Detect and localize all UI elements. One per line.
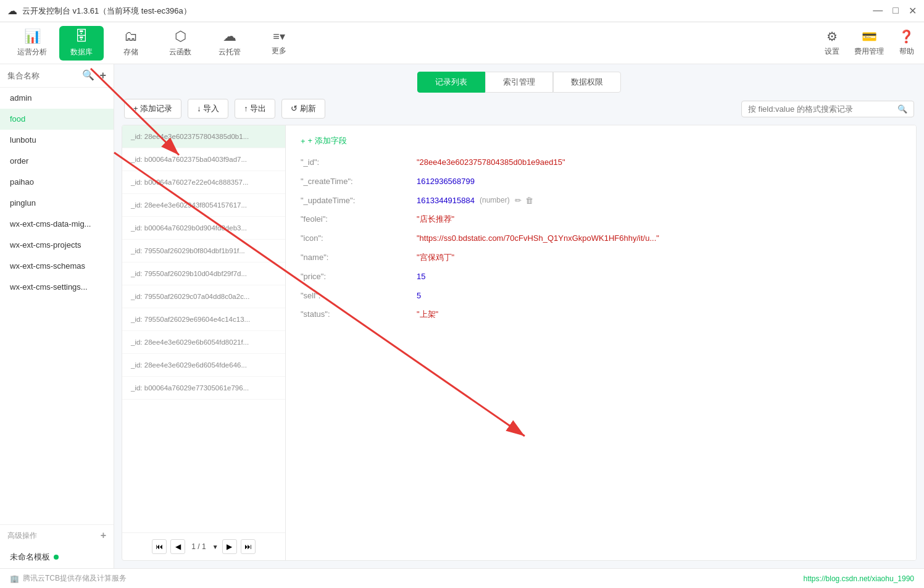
field-value-status: "上架" (417, 308, 438, 321)
record-item-3[interactable]: _id: 28ee4e3e602943f8054157617... (122, 194, 285, 217)
sidebar-item-paihao[interactable]: paihao (0, 172, 114, 193)
page-last-button[interactable]: ⏭ (241, 539, 256, 554)
field-value-sell: 5 (417, 290, 421, 303)
search-submit-icon[interactable]: 🔍 (897, 104, 907, 114)
page-next-button[interactable]: ▶ (222, 539, 237, 554)
toolbar-database[interactable]: 🗄 数据库 (59, 26, 104, 61)
page-prev-button[interactable]: ◀ (170, 539, 185, 554)
toolbar-database-label: 数据库 (70, 47, 93, 57)
help-button[interactable]: ❓ 帮助 (899, 29, 914, 57)
record-item-11[interactable]: _id: b00064a76029e77305061e796... (122, 377, 285, 400)
add-record-button[interactable]: + 添加记录 (124, 99, 181, 119)
sidebar-item-admin[interactable]: admin (0, 88, 114, 109)
record-detail: + + 添加字段 "_id": "28ee4e3e6023757804385d0… (286, 125, 916, 560)
sidebar-item-food[interactable]: food (0, 109, 114, 130)
field-row-status: "status": "上架" (301, 308, 901, 321)
field-key-createtime: "_createTime": (301, 175, 412, 188)
import-button[interactable]: ↓ 导入 (188, 99, 228, 119)
tab-records[interactable]: 记录列表 (417, 72, 485, 93)
toolbar-more[interactable]: ≡▾ 更多 (257, 26, 301, 61)
storage-icon: 🗂 (124, 28, 138, 44)
field-row-sell: "sell": 5 (301, 290, 901, 303)
field-row-price: "price": 15 (301, 271, 901, 284)
toolbar-cloudhost[interactable]: ☁ 云托管 (207, 26, 252, 61)
toolbar-right: ⚙ 设置 💳 费用管理 ❓ 帮助 (825, 29, 914, 57)
add-collection-icon[interactable]: + (99, 69, 106, 82)
sidebar-item-lunbotu[interactable]: lunbotu (0, 130, 114, 151)
cloudfunc-icon: ⬡ (175, 28, 186, 44)
sidebar-header: 集合名称 🔍 + (0, 64, 114, 88)
advanced-ops-label: 高级操作 (7, 531, 37, 541)
toolbar-storage-label: 存储 (123, 47, 138, 57)
titlebar: ☁ 云开发控制台 v1.3.61（当前环境 test-ec396a） — □ ✕ (0, 0, 924, 22)
template-dot (54, 555, 59, 560)
close-button[interactable]: ✕ (909, 5, 917, 17)
record-item-1[interactable]: _id: b00064a7602375ba0403f9ad7... (122, 148, 285, 171)
analytics-icon: 📊 (24, 28, 41, 44)
field-value-name: "宫保鸡丁" (417, 251, 454, 264)
sidebar-header-title: 集合名称 (7, 70, 40, 82)
add-advanced-icon[interactable]: + (101, 530, 106, 541)
more-icon: ≡▾ (273, 30, 285, 43)
field-value-id: "28ee4e3e6023757804385d0b1e9aed15" (417, 156, 565, 169)
titlebar-controls[interactable]: — □ ✕ (873, 5, 917, 17)
sidebar-item-wx-ext-cms-projects[interactable]: wx-ext-cms-projects (0, 235, 114, 256)
field-row-id: "_id": "28ee4e3e6023757804385d0b1e9aed15… (301, 156, 901, 169)
split-panel: _id: 28ee4e3e6023757804385d0b1... _id: b… (122, 125, 917, 561)
record-item-8[interactable]: _id: 79550af26029e69604e4c14c13... (122, 308, 285, 331)
tab-bar: 记录列表 索引管理 数据权限 (114, 64, 924, 93)
delete-field-icon[interactable]: 🗑 (525, 195, 533, 208)
field-value-feolei: "店长推荐" (417, 213, 454, 226)
record-item-4[interactable]: _id: b00064a76029b0d904fd8deb3... (122, 217, 285, 240)
bottom-right-link[interactable]: https://blog.csdn.net/xiaohu_1990 (804, 574, 914, 583)
billing-icon: 💳 (862, 29, 877, 44)
sidebar-item-pinglun[interactable]: pinglun (0, 193, 114, 214)
add-field-button[interactable]: + + 添加字段 (301, 135, 901, 146)
record-item-9[interactable]: _id: 28ee4e3e6029e6b6054fd8021f... (122, 331, 285, 354)
record-item-2[interactable]: _id: b00064a76027e22e04c888357... (122, 171, 285, 194)
record-list: _id: 28ee4e3e6023757804385d0b1... _id: b… (122, 125, 285, 532)
action-bar: + 添加记录 ↓ 导入 ↑ 导出 ↺ 刷新 🔍 (114, 93, 924, 125)
billing-button[interactable]: 💳 费用管理 (854, 29, 884, 57)
sidebar-item-wx-ext-cms-schemas[interactable]: wx-ext-cms-schemas (0, 256, 114, 277)
sidebar-template[interactable]: 未命名模板 (0, 546, 114, 568)
sidebar-items: admin food lunbotu order paihao pinglun (0, 88, 114, 524)
page-dropdown-icon[interactable]: ▼ (212, 544, 219, 550)
minimize-button[interactable]: — (873, 5, 883, 17)
app-title: 云开发控制台 v1.3.61（当前环境 test-ec396a） (22, 6, 191, 17)
search-icon[interactable]: 🔍 (82, 69, 94, 82)
edit-field-icon[interactable]: ✏ (515, 195, 522, 208)
record-item-10[interactable]: _id: 28ee4e3e6029e6d6054fde646... (122, 354, 285, 377)
tab-permissions[interactable]: 数据权限 (553, 72, 621, 93)
field-key-id: "_id": (301, 156, 412, 169)
field-key-icon: "icon": (301, 232, 412, 245)
record-item-0[interactable]: _id: 28ee4e3e6023757804385d0b1... (122, 125, 285, 148)
export-button[interactable]: ↑ 导出 (235, 99, 275, 119)
help-label: 帮助 (899, 46, 914, 57)
tencent-cloud-icon: 🏢 (10, 574, 19, 583)
search-input[interactable] (748, 104, 897, 114)
record-item-5[interactable]: _id: 79550af26029b0f804dbf1b91f... (122, 240, 285, 262)
refresh-button[interactable]: ↺ 刷新 (281, 99, 325, 119)
record-item-6[interactable]: _id: 79550af26029b10d04dbf29f7d... (122, 262, 285, 285)
tab-indexes[interactable]: 索引管理 (485, 72, 553, 93)
settings-icon: ⚙ (826, 29, 838, 44)
field-actions-updatetime: ✏ 🗑 (515, 195, 533, 208)
toolbar-storage[interactable]: 🗂 存储 (109, 26, 153, 61)
sidebar-header-actions: 🔍 + (82, 69, 106, 82)
sidebar-item-order[interactable]: order (0, 151, 114, 172)
page-first-button[interactable]: ⏮ (152, 539, 167, 554)
settings-button[interactable]: ⚙ 设置 (825, 29, 839, 57)
field-value-createtime: 1612936568799 (417, 175, 475, 188)
record-item-7[interactable]: _id: 79550af26029c07a04dd8c0a2c... (122, 285, 285, 308)
toolbar-cloudfunc[interactable]: ⬡ 云函数 (158, 26, 202, 61)
sidebar-item-wx-ext-cms-settings[interactable]: wx-ext-cms-settings... (0, 277, 114, 298)
titlebar-left: ☁ 云开发控制台 v1.3.61（当前环境 test-ec396a） (7, 5, 191, 17)
search-bar: 🔍 (741, 101, 914, 117)
sidebar-item-wx-ext-cms-data-mig[interactable]: wx-ext-cms-data-mig... (0, 214, 114, 235)
maximize-button[interactable]: □ (893, 5, 899, 17)
toolbar-analytics[interactable]: 📊 运营分析 (10, 26, 54, 61)
field-key-feolei: "feolei": (301, 213, 412, 226)
template-label: 未命名模板 (10, 552, 50, 563)
field-meta-updatetime: (number) (480, 195, 510, 206)
